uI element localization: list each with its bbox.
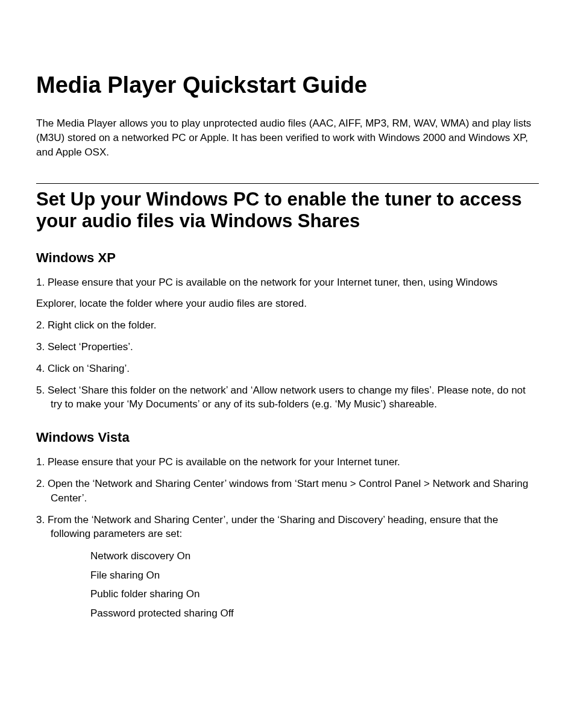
subsection-heading-xp: Windows XP — [36, 250, 539, 266]
intro-paragraph: The Media Player allows you to play unpr… — [36, 116, 539, 159]
step-text: Explorer, locate the folder where your a… — [36, 297, 539, 311]
subsection-heading-vista: Windows Vista — [36, 430, 539, 445]
step-text: 4. Click on ‘Sharing’. — [36, 362, 539, 376]
document-title: Media Player Quickstart Guide — [36, 72, 539, 98]
section-divider — [36, 183, 539, 184]
parameter-text: Public folder sharing On — [36, 586, 539, 602]
step-text: 3. From the ‘Network and Sharing Center’… — [36, 513, 539, 542]
step-text: 3. Select ‘Properties’. — [36, 340, 539, 354]
step-text: 5. Select ‘Share this folder on the netw… — [36, 383, 539, 412]
section-heading: Set Up your Windows PC to enable the tun… — [36, 189, 539, 231]
step-text: 1. Please ensure that your PC is availab… — [36, 455, 539, 469]
step-text: 2. Open the ‘Network and Sharing Center’… — [36, 477, 539, 506]
step-text: 1. Please ensure that your PC is availab… — [36, 275, 539, 290]
parameter-text: File sharing On — [36, 568, 539, 583]
parameter-text: Network discovery On — [36, 548, 539, 564]
step-text: 2. Right click on the folder. — [36, 318, 539, 333]
parameter-text: Password protected sharing Off — [36, 606, 539, 621]
